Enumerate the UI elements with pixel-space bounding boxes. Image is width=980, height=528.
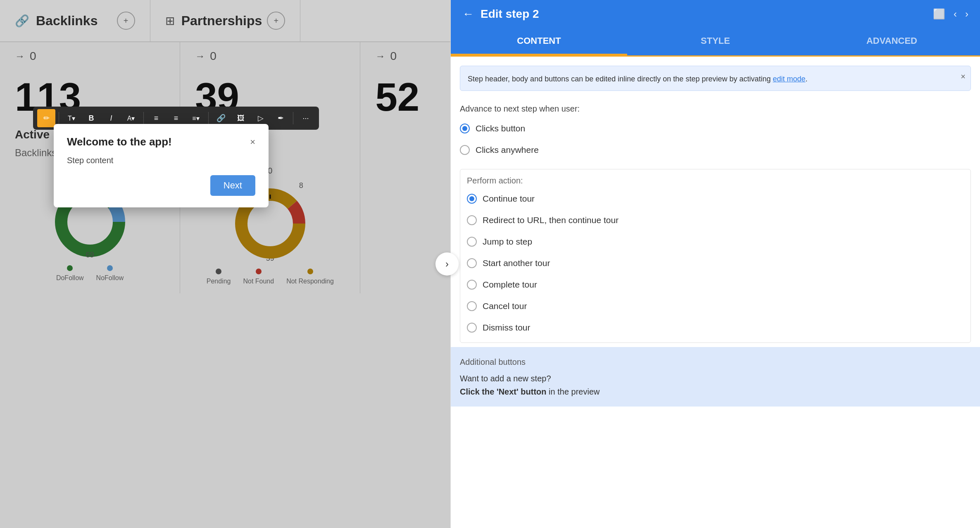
- col3-metric: → 0: [360, 42, 450, 70]
- col1-metric: → 0: [0, 42, 180, 70]
- advance-radio-group: Clicks button Clicks anywhere: [451, 118, 980, 165]
- panel-tabs: CONTENT STYLE ADVANCED: [451, 28, 980, 57]
- panel-header: ← Edit step 2 ⬜ ‹ ›: [451, 0, 980, 28]
- perform-radio-redirect[interactable]: [467, 215, 477, 225]
- advance-label-clicks-anywhere: Clicks anywhere: [476, 145, 539, 155]
- perform-option-redirect[interactable]: Redirect to URL, then continue tour: [467, 209, 964, 231]
- edit-icon-button[interactable]: ✏: [37, 109, 55, 127]
- perform-option-continue-tour[interactable]: Continue tour: [467, 188, 964, 209]
- advance-label-clicks-button: Clicks button: [476, 124, 525, 133]
- perform-radio-continue[interactable]: [467, 194, 477, 204]
- col1-add-button[interactable]: +: [117, 12, 135, 30]
- perform-option-start-another[interactable]: Start another tour: [467, 252, 964, 274]
- advance-option-clicks-button[interactable]: Clicks button: [460, 118, 971, 139]
- more-button[interactable]: ···: [297, 109, 315, 127]
- perform-label-redirect: Redirect to URL, then continue tour: [483, 215, 618, 225]
- legend-notresponding: Not Responding: [286, 269, 334, 285]
- perform-label-continue: Continue tour: [483, 194, 535, 204]
- legend-dofollow: DoFollow: [56, 265, 84, 282]
- tab-content[interactable]: CONTENT: [451, 28, 627, 55]
- legend-nofollow: NoFollow: [96, 265, 124, 282]
- perform-option-cancel[interactable]: Cancel tour: [467, 295, 964, 317]
- advance-option-clicks-anywhere[interactable]: Clicks anywhere: [460, 139, 971, 161]
- legend-pending: Pending: [207, 269, 231, 285]
- tour-body: Step content: [67, 156, 255, 165]
- tour-popup: Welcome to the app! × Step content Next: [54, 124, 269, 207]
- edit-mode-link[interactable]: edit mode: [773, 75, 805, 83]
- perform-label-dismiss: Dismiss tour: [483, 323, 530, 333]
- perform-label-start-another: Start another tour: [483, 258, 550, 268]
- perform-label-complete: Complete tour: [483, 280, 537, 290]
- info-banner-close-button[interactable]: ×: [961, 70, 966, 83]
- chart1-bottom-label: 69: [86, 251, 94, 259]
- panel-body: Step header, body and buttons can be edi…: [451, 57, 980, 528]
- col3-big-number: 52: [360, 70, 450, 120]
- info-banner: Step header, body and buttons can be edi…: [460, 66, 971, 91]
- perform-radio-group: Continue tour Redirect to URL, then cont…: [467, 188, 964, 338]
- col2-title: Partnerships: [181, 13, 262, 29]
- additional-buttons-text: Want to add a new step? Click the 'Next'…: [460, 372, 971, 398]
- perform-label-jump: Jump to step: [483, 237, 532, 247]
- col2-metric: → 0: [180, 42, 360, 70]
- perform-radio-complete[interactable]: [467, 280, 477, 290]
- perform-label-cancel: Cancel tour: [483, 301, 527, 311]
- advance-heading: Advance to next step when user:: [451, 97, 980, 118]
- panel-title: Edit step 2: [480, 7, 539, 21]
- advance-radio-clicks-button[interactable]: [460, 124, 470, 133]
- additional-buttons-section: Additional buttons Want to add a new ste…: [451, 347, 980, 407]
- tour-title: Welcome to the app!: [67, 136, 172, 148]
- perform-radio-start-another[interactable]: [467, 258, 477, 268]
- tab-style[interactable]: STYLE: [627, 28, 804, 55]
- prev-step-icon[interactable]: ‹: [954, 8, 957, 20]
- col2-add-button[interactable]: +: [267, 12, 285, 30]
- next-step-icon[interactable]: ›: [965, 8, 968, 20]
- perform-radio-dismiss[interactable]: [467, 323, 477, 333]
- panel-back-button[interactable]: ←: [462, 7, 474, 21]
- panel-toggle-button[interactable]: ›: [435, 252, 459, 276]
- perform-radio-cancel[interactable]: [467, 301, 477, 311]
- tour-close-button[interactable]: ×: [250, 137, 255, 147]
- legend-notfound: Not Found: [243, 269, 274, 285]
- perform-option-complete[interactable]: Complete tour: [467, 274, 964, 295]
- additional-buttons-heading: Additional buttons: [460, 355, 971, 369]
- pen-button[interactable]: ✒: [271, 109, 290, 127]
- perform-heading: Perform action:: [467, 169, 964, 188]
- tour-next-button[interactable]: Next: [210, 175, 255, 196]
- perform-option-dismiss[interactable]: Dismiss tour: [467, 317, 964, 338]
- perform-option-jump[interactable]: Jump to step: [467, 231, 964, 252]
- right-panel: ← Edit step 2 ⬜ ‹ › CONTENT STYLE ADVANC…: [450, 0, 980, 528]
- info-banner-text: Step header, body and buttons can be edi…: [468, 75, 773, 83]
- perform-radio-jump[interactable]: [467, 237, 477, 247]
- col1-title: Backlinks: [36, 13, 98, 29]
- perform-section: Perform action: Continue tour Redirect t…: [460, 169, 971, 343]
- tab-advanced[interactable]: ADVANCED: [804, 28, 980, 55]
- window-icon[interactable]: ⬜: [933, 8, 945, 20]
- advance-radio-clicks-anywhere[interactable]: [460, 145, 470, 155]
